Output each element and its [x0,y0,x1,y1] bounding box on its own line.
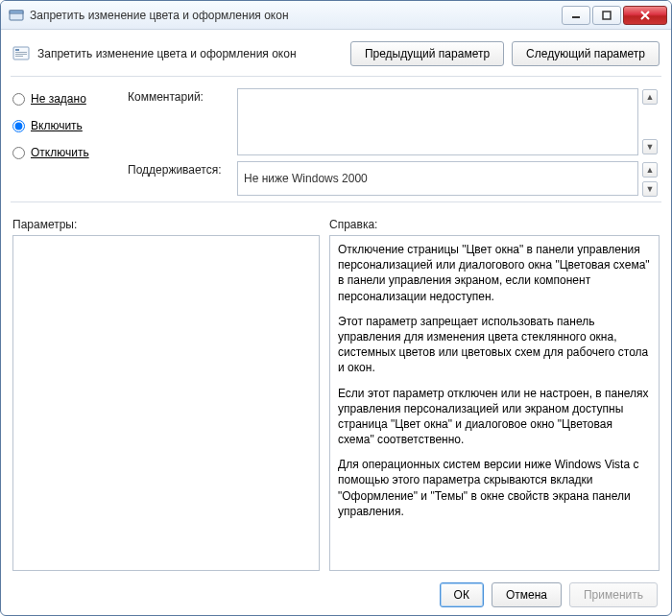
svg-rect-1 [10,11,23,13]
parameters-box[interactable] [12,235,320,571]
separator [11,201,661,202]
radio-not-configured[interactable]: Не задано [12,92,118,106]
ok-button[interactable]: ОК [440,582,484,607]
close-button[interactable] [623,6,667,25]
radio-enabled-label[interactable]: Включить [31,119,83,132]
apply-button[interactable]: Применить [569,582,658,607]
minimize-button[interactable] [562,6,590,25]
parameters-column: Параметры: [12,218,320,571]
radio-enabled-input[interactable] [12,120,25,132]
nav-buttons: Предыдущий параметр Следующий параметр [350,41,660,66]
policy-header: Запретить изменение цвета и оформления о… [11,37,661,76]
svg-rect-5 [15,49,19,51]
supported-box: Не ниже Windows 2000 [237,161,638,196]
comment-textarea[interactable] [237,88,638,155]
policy-title: Запретить изменение цвета и оформления о… [37,47,350,60]
help-label: Справка: [329,218,660,231]
cancel-button[interactable]: Отмена [492,582,562,607]
state-radio-group: Не задано Включить Отключить [12,88,118,198]
parameters-label: Параметры: [12,218,320,231]
group-policy-editor-window: Запретить изменение цвета и оформления о… [0,0,672,616]
svg-rect-4 [13,47,29,59]
comment-scrollbar[interactable]: ▲ ▼ [642,88,660,155]
separator [11,76,661,77]
maximize-button[interactable] [592,6,621,25]
scroll-down-icon[interactable]: ▼ [642,139,658,154]
help-paragraph: Для операционных систем версии ниже Wind… [338,457,651,519]
radio-disabled[interactable]: Отключить [12,146,118,159]
fields-column: Комментарий: ▲ ▼ Поддерживается: Не ниже… [128,88,660,198]
titlebar: Запретить изменение цвета и оформления о… [1,1,671,30]
svg-rect-7 [15,54,27,55]
previous-setting-button[interactable]: Предыдущий параметр [350,41,504,66]
radio-not-configured-input[interactable] [12,93,25,106]
help-paragraph: Отключение страницы "Цвет окна" в панели… [338,242,651,304]
app-icon [9,8,24,23]
radio-disabled-input[interactable] [12,147,25,159]
help-paragraph: Если этот параметр отключен или не настр… [338,386,651,448]
svg-rect-6 [15,52,27,53]
help-column: Справка: Отключение страницы "Цвет окна"… [329,218,660,571]
window-controls [562,6,667,25]
help-box[interactable]: Отключение страницы "Цвет окна" в панели… [329,235,660,571]
svg-rect-8 [15,56,23,57]
scroll-up-icon[interactable]: ▲ [642,89,658,105]
svg-rect-3 [603,12,611,19]
scroll-up-icon[interactable]: ▲ [642,162,658,178]
supported-label: Поддерживается: [128,161,233,177]
dialog-footer: ОК Отмена Применить [11,575,661,609]
radio-disabled-label[interactable]: Отключить [31,146,89,159]
content-row: Параметры: Справка: Отключение страницы … [11,208,661,575]
scroll-down-icon[interactable]: ▼ [642,181,658,197]
supported-scrollbar[interactable]: ▲ ▼ [642,161,660,198]
radio-not-configured-label[interactable]: Не задано [31,92,86,106]
help-paragraph: Этот параметр запрещает использовать пан… [338,314,651,376]
client-area: Запретить изменение цвета и оформления о… [1,30,671,615]
window-title: Запретить изменение цвета и оформления о… [30,9,562,22]
radio-enabled[interactable]: Включить [12,119,118,132]
next-setting-button[interactable]: Следующий параметр [512,41,660,66]
policy-icon [12,45,30,62]
settings-row: Не задано Включить Отключить Комментарий… [11,83,661,201]
comment-label: Комментарий: [128,88,233,104]
